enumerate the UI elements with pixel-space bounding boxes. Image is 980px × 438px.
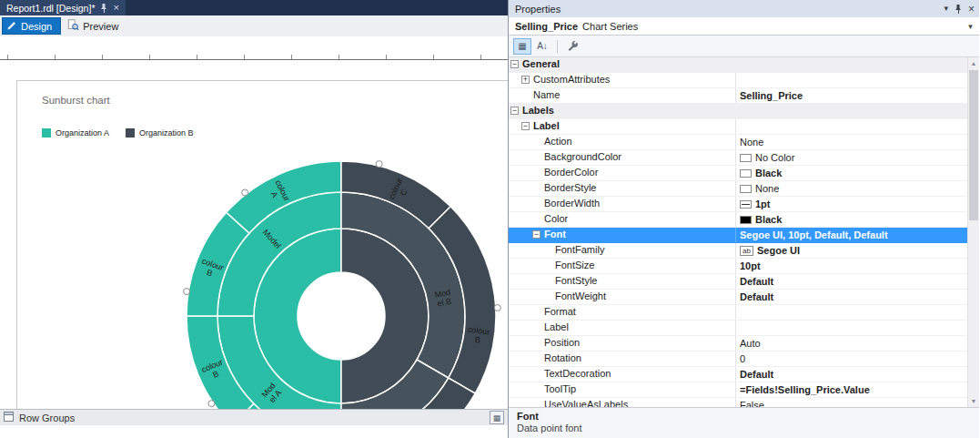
scroll-down-icon[interactable]: ▼ (968, 395, 979, 407)
property-row-label[interactable]: Label (509, 321, 967, 336)
selected-object-type: Chart Series (582, 21, 638, 32)
design-surface[interactable]: Sunburst chart Organization AOrganizatio… (0, 60, 508, 409)
pencil-icon (6, 20, 17, 33)
property-row-label[interactable]: −Label (509, 119, 967, 135)
expand-icon[interactable]: + (521, 76, 530, 84)
category-row-labels[interactable]: −Labels (509, 104, 967, 119)
alphabetical-button[interactable]: A↓ (533, 38, 551, 55)
property-value: Default (740, 368, 773, 382)
collapse-icon[interactable]: − (532, 230, 541, 239)
app-root: Report1.rdl [Design]* × Design Preview (0, 0, 980, 438)
property-name: Label (509, 119, 560, 133)
property-row-borderwidth[interactable]: BorderWidth1pt (509, 197, 967, 212)
property-value: Auto (740, 337, 761, 351)
property-value: Default (740, 275, 773, 289)
property-name: Action (509, 135, 572, 148)
window-position-icon[interactable]: ▾ (944, 5, 948, 13)
document-tab-strip: Report1.rdl [Design]* × (0, 0, 508, 15)
property-value: 0 (740, 352, 745, 366)
scrollbar-thumb[interactable] (969, 70, 978, 220)
selected-object-name: Selling_Price (515, 21, 578, 32)
preview-tab-button[interactable]: Preview (64, 17, 126, 35)
property-row-fontstyle[interactable]: FontStyleDefault (509, 274, 967, 290)
property-pages-button[interactable] (563, 38, 581, 55)
property-row-bordercolor[interactable]: BorderColorBlack (509, 166, 967, 181)
property-value: None (755, 182, 779, 196)
property-name: FontWeight (509, 290, 606, 303)
property-value: Selling_Price (740, 89, 803, 103)
property-value: Black (755, 213, 782, 227)
property-value: 10pt (740, 260, 761, 273)
property-value: 1pt (755, 198, 771, 211)
properties-panel: Properties ▾ × Selling_Price Chart Serie… (509, 0, 979, 438)
ruler (0, 36, 508, 60)
property-grid: −General+CustomAttributesNameSelling_Pri… (509, 57, 967, 407)
label-marker-dot (494, 304, 500, 311)
property-row-fontsize[interactable]: FontSize10pt (509, 259, 967, 274)
preview-tab-label: Preview (83, 21, 118, 32)
sunburst-chart[interactable]: Model AModelModel Bcolour AcolourBcolour… (0, 60, 508, 409)
row-groups-bar[interactable]: Row Groups ▦ (0, 409, 508, 425)
pin-icon[interactable] (100, 4, 107, 13)
description-text: Data point font (517, 423, 971, 433)
property-row-rotation[interactable]: Rotation0 (509, 351, 967, 367)
property-row-customattributes[interactable]: +CustomAttributes (509, 73, 967, 88)
collapse-icon[interactable]: − (521, 122, 530, 130)
property-row-font[interactable]: −FontSegoe UI, 10pt, Default, Default (509, 228, 967, 243)
categorized-button[interactable]: ▦ (513, 38, 531, 55)
collapse-icon[interactable]: − (510, 107, 519, 115)
property-description: Font Data point font (509, 407, 979, 438)
toolbar-separator (557, 40, 558, 53)
scroll-up-icon[interactable]: ▲ (968, 57, 979, 69)
properties-header[interactable]: Properties ▾ × (509, 0, 979, 17)
color-swatch (740, 185, 752, 193)
object-selector-combo[interactable]: Selling_Price Chart Series ▾ (509, 17, 979, 36)
property-value: Black (755, 167, 782, 180)
color-swatch (740, 216, 752, 224)
property-row-color[interactable]: ColorBlack (509, 212, 967, 228)
label-marker-dot (376, 161, 382, 168)
property-name: FontFamily (509, 243, 604, 257)
property-name: Position (509, 336, 580, 350)
property-value: No Color (755, 151, 794, 165)
editor-bottom-strip (0, 425, 508, 438)
description-title: Font (517, 411, 971, 422)
property-name: BorderStyle (509, 181, 596, 195)
property-name: Name (509, 88, 560, 102)
category-row-general[interactable]: −General (509, 57, 967, 73)
property-row-fontweight[interactable]: FontWeightDefault (509, 290, 967, 305)
property-row-backgroundcolor[interactable]: BackgroundColorNo Color (509, 150, 967, 166)
grid-icon[interactable]: ▦ (490, 411, 504, 424)
designer-toolbar: Design Preview (0, 15, 508, 36)
property-row-position[interactable]: PositionAuto (509, 336, 967, 351)
document-tab-report1[interactable]: Report1.rdl [Design]* × (0, 0, 126, 15)
scrollbar[interactable]: ▲ ▼ (967, 57, 979, 407)
property-row-action[interactable]: ActionNone (509, 135, 967, 150)
label-marker-dot (208, 401, 215, 407)
property-row-tooltip[interactable]: ToolTip=Fields!Selling_Price.Value (509, 382, 967, 398)
property-row-format[interactable]: Format (509, 305, 967, 321)
collapse-icon[interactable]: − (510, 60, 519, 68)
label-marker-dot (242, 189, 248, 196)
preview-icon (67, 19, 79, 33)
properties-title: Properties (515, 4, 561, 15)
design-tab-label: Design (21, 21, 52, 32)
property-row-name[interactable]: NameSelling_Price (509, 88, 967, 104)
report-designer-pane: Report1.rdl [Design]* × Design Preview (0, 0, 509, 438)
property-row-fontfamily[interactable]: FontFamilyabSegoe UI (509, 243, 967, 259)
property-name: TextDecoration (509, 367, 611, 381)
chevron-down-icon[interactable]: ▾ (964, 17, 977, 35)
property-row-usevalueaslabels[interactable]: UseValueAsLabelsFalse (509, 398, 967, 407)
document-tab-title: Report1.rdl [Design]* (6, 3, 95, 14)
row-groups-label: Row Groups (19, 413, 75, 423)
color-swatch (740, 200, 752, 209)
property-name: BackgroundColor (509, 150, 621, 164)
property-row-borderstyle[interactable]: BorderStyleNone (509, 181, 967, 197)
property-row-textdecoration[interactable]: TextDecorationDefault (509, 367, 967, 382)
close-icon[interactable]: × (113, 3, 118, 13)
design-tab-button[interactable]: Design (2, 17, 61, 35)
property-value: False (740, 399, 764, 408)
property-name: BorderWidth (509, 197, 600, 210)
close-icon[interactable]: × (968, 4, 975, 15)
pin-icon[interactable] (955, 5, 962, 14)
